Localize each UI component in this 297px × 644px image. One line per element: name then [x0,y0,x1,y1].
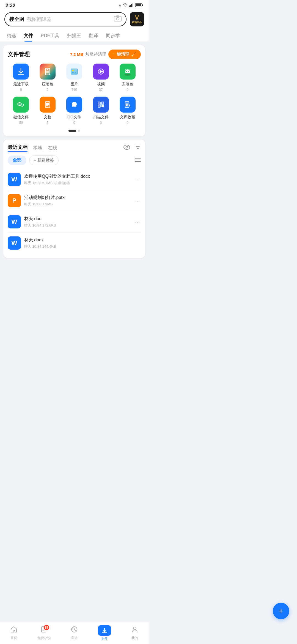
junk-size: 7.2 MB [70,52,83,57]
zip-label: 压缩包 [42,82,53,87]
tab-pdf[interactable]: PDF工具 [37,29,63,42]
wechat-count: 50 [19,121,23,125]
svg-point-30 [124,145,130,149]
status-bar: 2:32 ∗ [0,0,148,10]
image-icon-wrap [66,64,82,80]
svg-rect-25 [98,102,100,104]
library-count: 0 [127,121,128,125]
svg-rect-0 [129,6,130,7]
video-label: 视频 [97,82,105,87]
filter-icon[interactable] [135,144,141,151]
more-icon-3[interactable]: ··· [134,219,141,225]
file-apk[interactable]: 安装包 0 [120,64,136,92]
wechat-label: 微信文件 [13,115,29,120]
recent-download-count: 0 [20,88,22,92]
apk-count: 0 [127,88,128,92]
file-qq[interactable]: QQ文件 0 [66,97,82,125]
file-list-item[interactable]: P 活动规划幻灯片.pptx 昨天 15:08 1.9MB ··· [8,190,141,211]
file-list-item[interactable]: W 林天.docx 昨天 10:34 144.4KB [8,233,141,253]
tab-scan[interactable]: 扫描王 [63,29,85,42]
file-library[interactable]: 文库收藏 0 [120,97,136,125]
tab-file[interactable]: 文件 [20,29,37,42]
broom-icon: 🧹 [131,52,136,57]
tab-translate[interactable]: 翻译 [85,29,102,42]
svg-point-31 [126,146,128,148]
search-bar[interactable]: 搜全网 截图翻译器 [4,12,127,26]
svg-point-17 [128,71,129,72]
file-doc[interactable]: 文档 5 [40,97,56,125]
tab-online[interactable]: 在线 [48,145,57,151]
file-info-1: 欢迎使用QQ浏览器文档工具.docx 昨天 15:28 5.1MB QQ浏览器 [24,174,131,185]
eye-icon[interactable] [123,144,130,151]
apk-label: 安装包 [122,82,133,87]
file-image[interactable]: 图片 740 [66,64,82,92]
recent-download-label: 最近下载 [13,82,29,87]
file-manager-header: 文件管理 7.2 MB 垃圾待清理 一键清理 🧹 [8,50,141,59]
doc-count: 5 [47,121,49,125]
clean-button[interactable]: 一键清理 🧹 [108,50,141,59]
file-manager-title: 文件管理 [8,51,30,58]
video-icon-wrap [93,64,109,80]
search-bold-label: 搜全网 [9,16,24,23]
junk-text: 垃圾待清理 [86,52,106,57]
svg-point-21 [21,104,24,107]
file-meta-4: 昨天 10:34 144.4KB [24,244,141,249]
file-meta-3: 昨天 10:34 172.0KB [24,223,131,228]
svg-rect-3 [132,3,133,7]
svg-rect-29 [125,102,129,108]
file-list-item[interactable]: W 欢迎使用QQ浏览器文档工具.docx 昨天 15:28 5.1MB QQ浏览… [8,169,141,190]
file-list-item[interactable]: W 林天.doc 昨天 10:34 172.0KB ··· [8,211,141,233]
zip-count: 2 [47,88,49,92]
svg-point-19 [19,104,19,104]
image-count: 740 [72,88,77,92]
more-icon-2[interactable]: ··· [134,198,141,204]
tag-row: 全部 + 新建标签 [8,155,141,165]
svg-point-22 [22,105,22,105]
file-recent-download[interactable]: 最近下载 0 [13,64,29,92]
wechat-icon-wrap [13,97,29,113]
file-list: W 欢迎使用QQ浏览器文档工具.docx 昨天 15:28 5.1MB QQ浏览… [8,169,141,253]
status-icons: ∗ [118,3,143,8]
scanned-icon-wrap [93,97,109,113]
search-light-label: 截图翻译器 [27,16,52,23]
battery-icon [135,3,143,8]
file-zip[interactable]: 压缩包 2 [40,64,56,92]
file-manager-card: 文件管理 7.2 MB 垃圾待清理 一键清理 🧹 最近下载 0 压缩包 2 [3,45,145,136]
file-video[interactable]: 视频 37 [93,64,109,92]
bluetooth-icon: ∗ [118,4,121,8]
recent-docs-card: 最近文档 本地 在线 全部 + 新建标签 [3,140,145,258]
image-label: 图片 [70,82,78,87]
tab-recent-docs[interactable]: 最近文档 [8,144,28,152]
doc-label: 文档 [44,115,51,120]
svg-rect-28 [101,105,104,107]
svg-point-15 [124,74,131,76]
more-icon-1[interactable]: ··· [134,176,141,183]
tab-local[interactable]: 本地 [33,145,42,151]
carousel-dots [8,130,141,132]
file-grid-row1: 最近下载 0 压缩包 2 图片 740 视频 37 [8,64,141,92]
tab-jingxuan[interactable]: 精选 [3,29,20,42]
file-grid-row2: 微信文件 50 文档 5 QQ文件 0 扫描文件 0 [8,97,141,125]
doc-icon-wrap [40,97,56,113]
file-wechat[interactable]: 微信文件 50 [13,97,29,125]
svg-point-23 [23,105,23,105]
list-view-icon[interactable] [135,157,141,163]
wifi-icon [123,3,128,8]
dot-2 [78,130,80,132]
file-name-2: 活动规划幻灯片.pptx [24,195,131,201]
file-name-3: 林天.doc [24,216,131,222]
vip-badge[interactable]: V 权益中心 [130,12,144,26]
recent-docs-header: 最近文档 本地 在线 [8,144,141,152]
svg-point-20 [20,104,20,104]
file-info-4: 林天.docx 昨天 10:34 144.4KB [24,237,141,249]
svg-point-12 [72,70,74,71]
file-info-2: 活动规划幻灯片.pptx 昨天 15:08 1.9MB [24,195,131,207]
file-scanned[interactable]: 扫描文件 0 [93,97,109,125]
tab-study[interactable]: 同步学 [102,29,124,42]
svg-rect-5 [142,4,143,6]
file-info-3: 林天.doc 昨天 10:34 172.0KB [24,216,131,228]
qq-icon-wrap [66,97,82,113]
tag-new-button[interactable]: + 新建标签 [29,155,59,165]
tag-all-button[interactable]: 全部 [8,155,26,165]
library-icon-wrap [120,97,136,113]
